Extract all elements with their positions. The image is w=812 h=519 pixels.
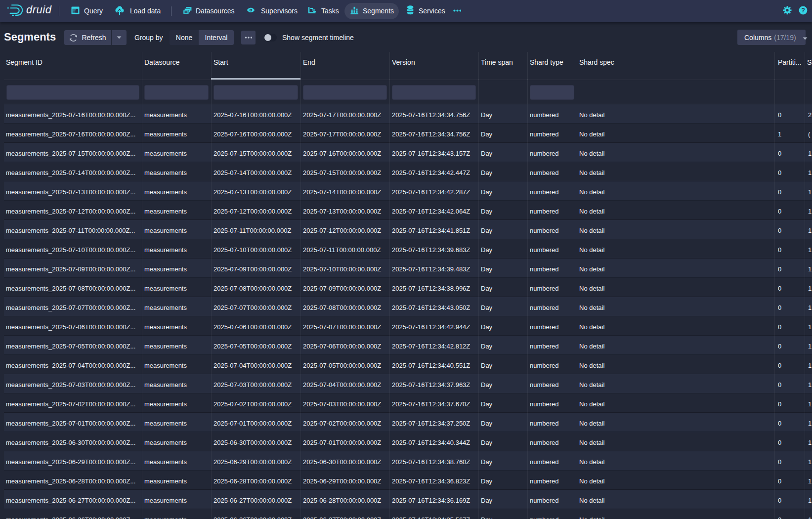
svg-text:?: ? xyxy=(801,7,805,14)
